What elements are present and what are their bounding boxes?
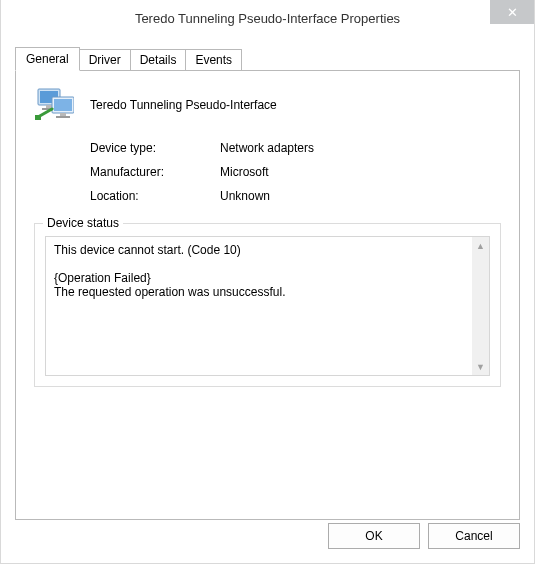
status-scrollbar[interactable]: ▲ ▼ <box>472 237 489 375</box>
properties-dialog: Teredo Tunneling Pseudo-Interface Proper… <box>0 0 535 564</box>
svg-rect-7 <box>56 116 70 118</box>
scroll-up-icon[interactable]: ▲ <box>472 237 489 254</box>
manufacturer-label: Manufacturer: <box>90 165 220 179</box>
close-icon: ✕ <box>507 5 518 20</box>
tab-details[interactable]: Details <box>130 49 187 71</box>
device-status-group: Device status This device cannot start. … <box>34 223 501 387</box>
location-value: Unknown <box>220 189 270 203</box>
info-row-location: Location: Unknown <box>90 189 501 203</box>
network-adapter-icon <box>34 87 74 123</box>
tab-label: General <box>26 52 69 66</box>
manufacturer-value: Microsoft <box>220 165 269 179</box>
info-row-manufacturer: Manufacturer: Microsoft <box>90 165 501 179</box>
content-area: General Driver Details Events <box>1 36 534 520</box>
tab-general[interactable]: General <box>15 47 80 71</box>
titlebar: Teredo Tunneling Pseudo-Interface Proper… <box>1 0 534 36</box>
tab-label: Events <box>195 53 232 67</box>
info-row-type: Device type: Network adapters <box>90 141 501 155</box>
tab-strip: General Driver Details Events <box>15 47 520 71</box>
window-title: Teredo Tunneling Pseudo-Interface Proper… <box>135 11 400 26</box>
location-label: Location: <box>90 189 220 203</box>
svg-rect-6 <box>60 113 66 116</box>
tab-driver[interactable]: Driver <box>79 49 131 71</box>
device-status-legend: Device status <box>43 216 123 230</box>
device-info: Device type: Network adapters Manufactur… <box>90 141 501 203</box>
dialog-buttons: OK Cancel <box>328 523 520 549</box>
tab-events[interactable]: Events <box>185 49 242 71</box>
device-type-label: Device type: <box>90 141 220 155</box>
device-name: Teredo Tunneling Pseudo-Interface <box>90 98 277 112</box>
tab-label: Details <box>140 53 177 67</box>
scroll-down-icon[interactable]: ▼ <box>472 358 489 375</box>
svg-rect-8 <box>35 115 41 120</box>
svg-rect-2 <box>46 105 52 108</box>
device-header: Teredo Tunneling Pseudo-Interface <box>34 87 501 123</box>
device-type-value: Network adapters <box>220 141 314 155</box>
tab-panel-general: Teredo Tunneling Pseudo-Interface Device… <box>15 70 520 520</box>
device-status-text[interactable]: This device cannot start. (Code 10) {Ope… <box>46 237 472 375</box>
close-button[interactable]: ✕ <box>490 0 534 24</box>
cancel-button[interactable]: Cancel <box>428 523 520 549</box>
tab-label: Driver <box>89 53 121 67</box>
device-status-box: This device cannot start. (Code 10) {Ope… <box>45 236 490 376</box>
ok-button[interactable]: OK <box>328 523 420 549</box>
svg-rect-5 <box>54 99 72 111</box>
